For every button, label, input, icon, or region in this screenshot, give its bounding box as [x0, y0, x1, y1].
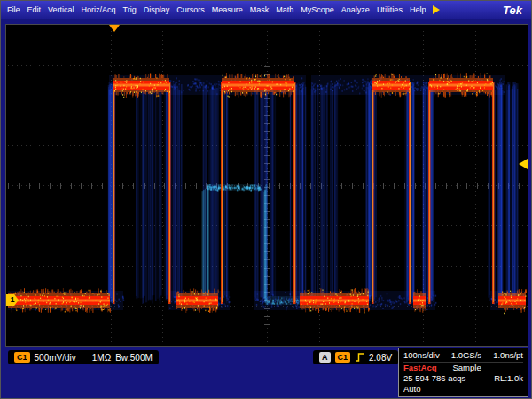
menu-arrow-icon[interactable]	[433, 5, 440, 14]
menu-bar: FileEditVerticalHoriz/AcqTrigDisplayCurs…	[1, 1, 531, 19]
graticule: 1	[5, 24, 528, 347]
acq-row-trigmode: Auto	[403, 384, 523, 395]
acq-row-count: 25 594 786 acqs RL:1.0k	[403, 373, 523, 384]
resolution-value: 1.0ns/pt	[493, 350, 523, 361]
menu-item-edit[interactable]: Edit	[24, 1, 45, 19]
menu-item-vertical[interactable]: Vertical	[44, 1, 78, 19]
trigger-readout[interactable]: A C1 2.08V	[313, 350, 398, 364]
acquisition-count: 25 594 786 acqs	[403, 373, 466, 384]
trigger-level-marker[interactable]	[519, 159, 528, 169]
menu-item-file[interactable]: File	[4, 1, 24, 19]
record-length: RL:1.0k	[494, 373, 523, 384]
fastacq-label: FastAcq	[403, 363, 436, 373]
acq-row-mode: FastAcq Sample	[403, 363, 523, 373]
menu-item-display[interactable]: Display	[140, 1, 174, 19]
trigger-mode-value: Auto	[403, 384, 421, 395]
trigger-system-badge: A	[319, 352, 331, 363]
menu-item-mask[interactable]: Mask	[246, 1, 273, 19]
tek-logo: Tek	[503, 4, 528, 17]
timebase-value: 100ns/div	[403, 350, 440, 361]
menu-item-measure[interactable]: Measure	[208, 1, 246, 19]
menu-item-utilities[interactable]: Utilities	[373, 1, 406, 19]
menu-item-analyze[interactable]: Analyze	[338, 1, 373, 19]
channel1-readout[interactable]: C1 500mV/div 1MΩ Bw:500M	[8, 350, 159, 364]
trigger-position-marker[interactable]	[109, 25, 120, 32]
oscilloscope-screen: FileEditVerticalHoriz/AcqTrigDisplayCurs…	[0, 0, 532, 399]
channel1-badge: C1	[14, 352, 30, 363]
menu-item-math[interactable]: Math	[272, 1, 297, 19]
menu-item-trig[interactable]: Trig	[120, 1, 140, 19]
menu-item-help[interactable]: Help	[406, 1, 430, 19]
menu-items: FileEditVerticalHoriz/AcqTrigDisplayCurs…	[4, 1, 429, 19]
trigger-level: 2.08V	[369, 353, 392, 363]
channel1-impedance: 1MΩ	[92, 353, 111, 363]
rising-edge-icon	[355, 352, 364, 363]
sample-rate-value: 1.0GS/s	[451, 350, 481, 361]
menu-item-cursors[interactable]: Cursors	[173, 1, 208, 19]
channel1-scale: 500mV/div	[35, 353, 76, 363]
menu-item-horizacq[interactable]: Horiz/Acq	[78, 1, 120, 19]
channel1-bandwidth: Bw:500M	[115, 353, 153, 363]
waveform-canvas	[6, 25, 528, 346]
trigger-source-badge: C1	[335, 352, 351, 363]
acq-row-timebase: 100ns/div 1.0GS/s 1.0ns/pt	[403, 350, 523, 363]
sample-mode-label: Sample	[452, 363, 481, 373]
menu-item-myscope[interactable]: MyScope	[297, 1, 338, 19]
acquisition-readout[interactable]: 100ns/div 1.0GS/s 1.0ns/pt FastAcq Sampl…	[398, 348, 528, 397]
bottom-bar: C1 500mV/div 1MΩ Bw:500M A C1 2.08V 100n…	[1, 347, 532, 399]
